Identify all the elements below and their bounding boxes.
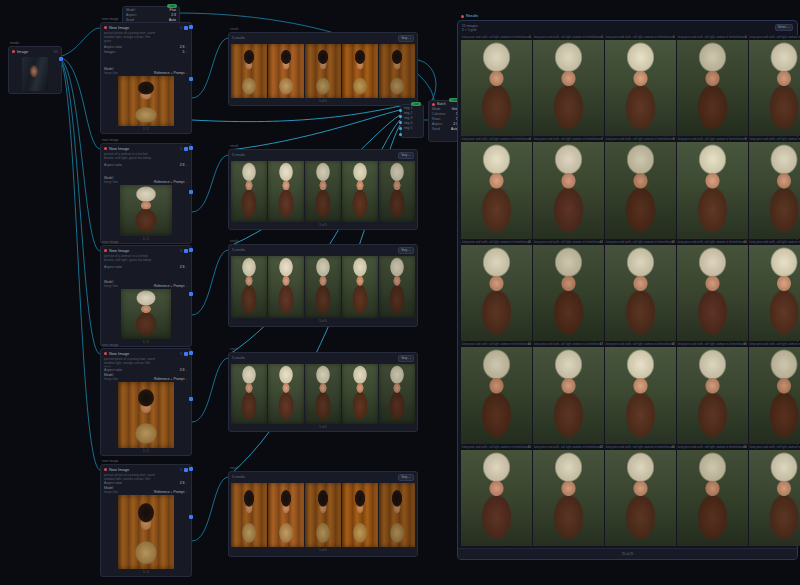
grid-image[interactable] [677,40,748,136]
grid-image[interactable] [533,40,604,136]
grid-tile[interactable]: keep pose and outfit, soft light, woman … [461,342,532,443]
strip-image[interactable] [231,256,267,318]
grid-image[interactable] [533,450,604,546]
output-handle[interactable] [189,25,193,29]
generated-image[interactable] [118,76,174,126]
grid-image[interactable] [677,142,748,238]
grid-image[interactable] [749,142,800,238]
strip-image[interactable] [268,44,304,98]
grid-tile[interactable]: keep pose and outfit, soft light, woman … [749,240,800,341]
output-handle[interactable] [189,397,193,401]
mode-select[interactable]: Reference + Prompt ⌄ [154,377,188,381]
output-handle[interactable] [189,292,193,296]
connection-edge[interactable] [192,38,228,98]
actions-button[interactable]: Vary ⋯ [398,355,414,362]
strip-image[interactable] [268,161,304,223]
connection-edge[interactable] [192,155,228,212]
connection-edge[interactable] [192,358,228,422]
output-handle[interactable] [189,190,193,194]
strip-image[interactable] [379,256,415,318]
strip-image[interactable] [305,256,341,318]
strip-image[interactable] [268,256,304,318]
batch-results-node[interactable]: result 5 resultsVary ⋯ 5 of 5 [228,244,418,327]
mode-select[interactable]: Reference + Prompt ⌄ [154,284,188,288]
grid-tile[interactable]: keep pose and outfit, soft light, woman … [677,240,748,341]
grid-tile[interactable]: keep pose and outfit, soft light, woman … [677,445,748,546]
strip-image[interactable] [379,161,415,223]
actions-button[interactable]: Vary ⋯ [398,152,414,159]
mode-select[interactable]: Reference + Prompt ⌄ [154,490,188,494]
grid-image[interactable] [605,450,676,546]
grid-tile[interactable]: keep pose and outfit, soft light, woman … [677,35,748,136]
generated-image[interactable] [120,185,172,236]
grid-image[interactable] [677,347,748,443]
grid-tile[interactable]: keep pose and outfit, soft light, woman … [533,137,604,238]
grid-tile[interactable]: keep pose and outfit, soft light, woman … [605,342,676,443]
grid-tile[interactable]: keep pose and outfit, soft light, woman … [533,342,604,443]
grid-tile[interactable]: keep pose and outfit, soft light, woman … [749,35,800,136]
mode-select[interactable]: Reference + Prompt ⌄ [154,180,188,184]
connect-icon[interactable] [184,26,188,30]
mode-select[interactable]: Reference + Prompt ⌄ [154,71,188,75]
actions-button[interactable]: Vary ⋯ [398,35,414,42]
grid-tile[interactable]: keep pose and outfit, soft light, woman … [461,240,532,341]
grid-tile[interactable]: keep pose and outfit, soft light, woman … [461,445,532,546]
strip-image[interactable] [268,364,304,424]
grid-image[interactable] [461,142,532,238]
grid-tile[interactable]: keep pose and outfit, soft light, woman … [605,137,676,238]
batch-results-node[interactable]: result 5 resultsVary ⋯ 5 of 5 [228,32,418,106]
strip-image[interactable] [305,483,341,547]
strip-image[interactable] [231,364,267,424]
grid-image[interactable] [677,450,748,546]
batch-results-node[interactable]: result 5 resultsVary ⋯ 5 of 5 [228,149,418,230]
grid-image[interactable] [749,347,800,443]
connection-edge[interactable] [418,60,436,100]
grid-image[interactable] [749,450,800,546]
grid-image[interactable] [605,245,676,341]
grid-tile[interactable]: keep pose and outfit, soft light, woman … [461,137,532,238]
grid-image[interactable] [461,347,532,443]
grid-image[interactable] [605,40,676,136]
batch-results-node[interactable]: result 5 resultsVary ⋯ 5 of 5 [228,471,418,557]
output-handle[interactable] [59,57,63,61]
strip-image[interactable] [342,364,378,424]
output-handle[interactable] [189,351,193,355]
strip-image[interactable] [342,483,378,547]
strip-image[interactable] [231,161,267,223]
grid-image[interactable] [461,450,532,546]
grid-image[interactable] [533,347,604,443]
input-port[interactable] [399,121,402,124]
strip-image[interactable] [231,44,267,98]
generate-image-node[interactable]: new image New Image 5 portrait photo of … [100,464,192,577]
actions-button[interactable]: Vary ⋯ [398,247,414,254]
strip-image[interactable] [379,44,415,98]
results-grid-node[interactable]: Results 25 images 5 × 5 grid Select ⋯ ke… [457,20,798,560]
generate-image-node[interactable]: new image New Image 5 portrait of a woma… [100,245,192,347]
connection-edge[interactable] [230,110,400,150]
generate-image-node[interactable]: new image New Image 5 portrait of a woma… [100,143,192,244]
connection-edge[interactable] [192,477,228,541]
grid-actions-button[interactable]: Select ⋯ [775,24,793,31]
connect-icon[interactable] [184,249,188,253]
grid-image[interactable] [749,40,800,136]
connection-edge[interactable] [192,250,228,315]
grid-tile[interactable]: keep pose and outfit, soft light, woman … [749,137,800,238]
grid-image[interactable] [749,245,800,341]
input-port[interactable] [399,133,402,136]
connect-icon[interactable] [184,352,188,356]
grid-tile[interactable]: keep pose and outfit, soft light, woman … [749,342,800,443]
prompt-preview[interactable]: portrait of a woman in a knitted beanie,… [101,152,161,162]
generated-image[interactable] [118,495,174,569]
grid-tile[interactable]: keep pose and outfit, soft light, woman … [677,342,748,443]
strip-image[interactable] [305,161,341,223]
strip-image[interactable] [342,256,378,318]
output-handle[interactable] [189,515,193,519]
router-node[interactable]: Live img 1 img 2 img 3 img 4 img 5 [400,104,424,138]
prompt-preview[interactable]: portrait photo of a young man, warm wind… [101,473,161,480]
grid-tile[interactable]: keep pose and outfit, soft light, woman … [461,35,532,136]
input-port[interactable] [399,115,402,118]
connection-edge[interactable] [62,64,100,470]
strip-image[interactable] [342,161,378,223]
prompt-preview[interactable]: portrait photo of a young man, warm wind… [101,357,161,367]
generated-image[interactable] [121,289,171,339]
